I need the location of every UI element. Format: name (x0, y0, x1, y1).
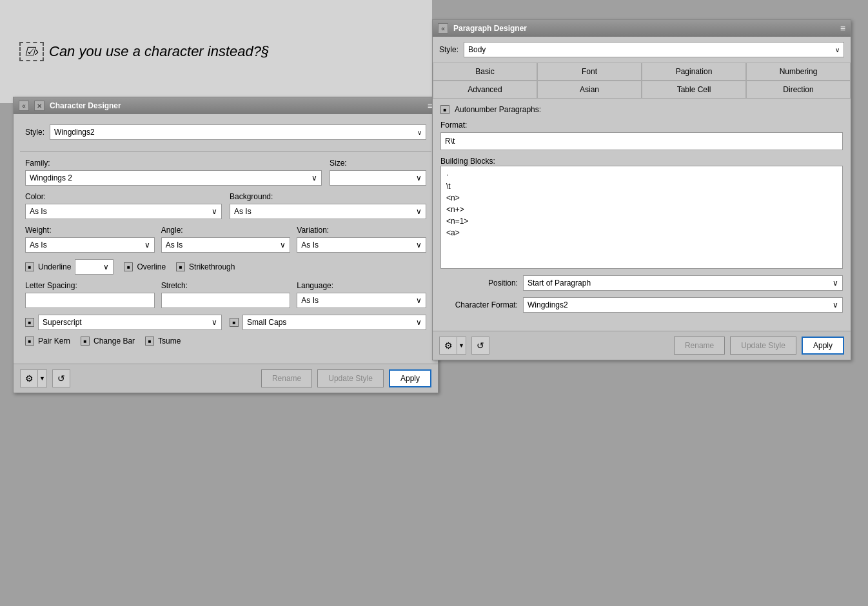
tab-asian[interactable]: Asian (537, 81, 642, 99)
autonumber-row: Autonumber Paragraphs: (440, 105, 843, 114)
char-underline-dropdown[interactable]: ∨ (75, 259, 113, 275)
background-paragraph-text: Can you use a character instead?§ (49, 43, 269, 60)
char-format-dropdown[interactable]: Wingdings2 ∨ (523, 297, 843, 313)
tab-pagination[interactable]: Pagination (642, 63, 746, 81)
para-designer-menu-btn[interactable]: ≡ (840, 23, 845, 34)
char-pairkern-checkbox[interactable] (25, 337, 34, 346)
bb-item-n[interactable]: <n> (444, 192, 840, 204)
para-refresh-button[interactable]: ↺ (471, 337, 489, 355)
char-angle-value: As Is (166, 240, 183, 249)
tab-font[interactable]: Font (537, 63, 642, 81)
format-input[interactable] (440, 132, 843, 150)
char-superscript-value: Superscript (43, 318, 82, 327)
tab-advanced[interactable]: Advanced (433, 81, 537, 99)
char-underline-item: Underline ∨ (25, 259, 113, 275)
paragraph-designer-panel: « Paragraph Designer ≡ Style: Body ∨ Bas… (432, 19, 851, 360)
char-variation-arrow-icon: ∨ (416, 240, 422, 249)
char-family-col: Family: Wingdings 2 ∨ (25, 159, 322, 186)
char-refresh-button[interactable]: ↺ (52, 369, 70, 387)
tab-table-cell[interactable]: Table Cell (642, 81, 746, 99)
bb-item-nplus[interactable]: <n+> (444, 204, 840, 215)
para-designer-body: Autonumber Paragraphs: Format: Building … (433, 99, 851, 326)
tab-basic[interactable]: Basic (433, 63, 537, 81)
char-underline-dd-arrow: ∨ (103, 262, 109, 271)
char-angle-col: Angle: As Is ∨ (161, 226, 291, 253)
para-gear-dropdown-btn[interactable]: ▼ (457, 337, 466, 355)
char-gear-button[interactable]: ⚙ (20, 369, 38, 387)
char-update-style-button[interactable]: Update Style (317, 369, 384, 387)
char-style-dropdown[interactable]: Wingdings2 ∨ (50, 124, 426, 140)
char-pairkern-label: Pair Kern (38, 337, 70, 346)
char-size-label: Size: (330, 159, 426, 168)
para-designer-shrink-btn[interactable]: « (438, 23, 448, 34)
char-designer-footer: ⚙ ▼ ↺ Rename Update Style Apply (14, 364, 438, 393)
char-weight-label: Weight: (25, 226, 155, 235)
autonumber-checkbox[interactable] (440, 105, 449, 114)
char-superscript-checkbox[interactable] (25, 318, 34, 327)
para-rename-button[interactable]: Rename (674, 337, 725, 355)
char-smallcaps-value: Small Caps (247, 318, 286, 327)
char-bg-dropdown[interactable]: As Is ∨ (230, 204, 426, 219)
para-apply-button[interactable]: Apply (802, 337, 844, 355)
char-rename-button[interactable]: Rename (261, 369, 312, 387)
char-overline-checkbox[interactable] (124, 262, 133, 271)
bb-item-n1[interactable]: <n=1> (444, 215, 840, 227)
char-angle-dropdown[interactable]: As Is ∨ (161, 237, 291, 253)
char-smallcaps-item: Small Caps ∨ (230, 315, 426, 330)
char-color-col: Color: As Is ∨ (25, 192, 222, 219)
char-family-dropdown[interactable]: Wingdings 2 ∨ (25, 170, 322, 186)
char-format-value: Wingdings2 (528, 300, 568, 309)
char-smallcaps-checkbox[interactable] (230, 318, 239, 327)
char-designer-titlebar: « ✕ Character Designer ≡ (14, 97, 438, 114)
para-designer-titlebar: « Paragraph Designer ≡ (433, 20, 851, 37)
char-weight-dropdown[interactable]: As Is ∨ (25, 237, 155, 253)
char-variation-dropdown[interactable]: As Is ∨ (297, 237, 426, 253)
char-tsume-label: Tsume (158, 337, 181, 346)
char-superscript-dropdown[interactable]: Superscript ∨ (38, 315, 222, 330)
char-bg-col: Background: As Is ∨ (230, 192, 426, 219)
para-designer-footer: ⚙ ▼ ↺ Rename Update Style Apply (433, 331, 851, 360)
char-color-dropdown[interactable]: As Is ∨ (25, 204, 222, 219)
bb-item-tab[interactable]: \t (444, 181, 840, 192)
para-gear-button[interactable]: ⚙ (439, 337, 457, 355)
char-changebar-label: Change Bar (94, 337, 135, 346)
char-gear-dropdown-btn[interactable]: ▼ (38, 369, 47, 387)
tab-numbering[interactable]: Numbering (746, 63, 851, 81)
char-changebar-item: Change Bar (81, 337, 135, 346)
char-apply-button[interactable]: Apply (389, 369, 431, 387)
char-underline-checkbox[interactable] (25, 262, 34, 271)
char-language-dropdown[interactable]: As Is ∨ (297, 293, 426, 308)
char-stretch-input[interactable] (161, 293, 291, 308)
char-strikethrough-item: Strikethrough (176, 262, 235, 271)
para-update-style-button[interactable]: Update Style (730, 337, 796, 355)
bb-item-a[interactable]: <a> (444, 227, 840, 239)
char-variation-col: Variation: As Is ∨ (297, 226, 426, 253)
char-format-label: Character Format: (440, 300, 518, 309)
char-letterspacing-input[interactable] (25, 293, 155, 308)
char-bg-label: Background: (230, 192, 426, 201)
para-tabs-row2: Advanced Asian Table Cell Direction (433, 81, 851, 99)
position-label: Position: (440, 279, 518, 288)
char-changebar-checkbox[interactable] (81, 337, 90, 346)
char-smallcaps-dropdown[interactable]: Small Caps ∨ (242, 315, 426, 330)
char-stretch-label: Stretch: (161, 281, 291, 290)
tab-direction[interactable]: Direction (746, 81, 851, 99)
building-blocks-list[interactable]: · \t <n> <n+> <n=1> <a> (440, 166, 843, 269)
char-language-arrow-icon: ∨ (416, 296, 422, 305)
char-designer-title: Character Designer (50, 101, 121, 110)
checkbox-symbol: ☑› (19, 42, 44, 61)
para-style-dropdown[interactable]: Body ∨ (464, 42, 844, 57)
char-language-value: As Is (301, 296, 319, 305)
char-size-arrow-icon: ∨ (416, 173, 422, 182)
char-size-dropdown[interactable]: ∨ (330, 170, 426, 186)
char-designer-shrink-btn[interactable]: « (19, 101, 29, 111)
char-style-arrow-icon: ∨ (417, 129, 422, 136)
char-designer-close-btn[interactable]: ✕ (34, 101, 44, 111)
char-tsume-item: Tsume (145, 337, 181, 346)
char-strikethrough-checkbox[interactable] (176, 262, 185, 271)
char-weight-arrow-icon: ∨ (144, 240, 150, 249)
bb-item-dot[interactable]: · (444, 169, 840, 181)
char-tsume-checkbox[interactable] (145, 337, 154, 346)
para-style-row: Style: Body ∨ (433, 37, 851, 57)
position-dropdown[interactable]: Start of Paragraph ∨ (523, 275, 843, 291)
